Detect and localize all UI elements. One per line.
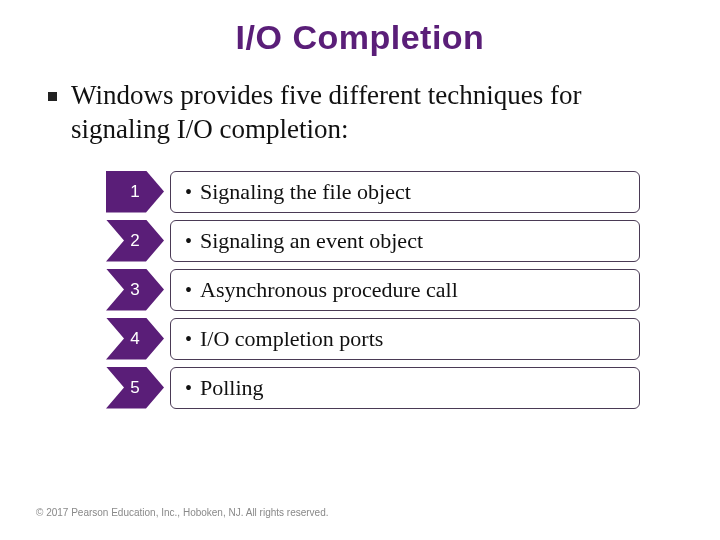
chevron-badge: 1 bbox=[106, 171, 164, 213]
list-item-pill: • Polling bbox=[170, 367, 640, 409]
list-item-text: Signaling an event object bbox=[200, 228, 423, 254]
chevron-badge: 3 bbox=[106, 269, 164, 311]
technique-list: 1 • Signaling the file object 2 • Signal… bbox=[36, 171, 684, 409]
list-item-pill: • Signaling an event object bbox=[170, 220, 640, 262]
list-item: 4 • I/O completion ports bbox=[106, 318, 640, 360]
list-item: 3 • Asynchronous procedure call bbox=[106, 269, 640, 311]
chevron-badge: 4 bbox=[106, 318, 164, 360]
list-item: 1 • Signaling the file object bbox=[106, 171, 640, 213]
list-item-text: Signaling the file object bbox=[200, 179, 411, 205]
list-item-text: Asynchronous procedure call bbox=[200, 277, 458, 303]
slide: I/O Completion Windows provides five dif… bbox=[0, 0, 720, 540]
list-item-text: Polling bbox=[200, 375, 264, 401]
list-item-pill: • Signaling the file object bbox=[170, 171, 640, 213]
list-item: 5 • Polling bbox=[106, 367, 640, 409]
chevron-badge: 5 bbox=[106, 367, 164, 409]
bullet-dot-icon: • bbox=[185, 378, 192, 398]
intro-text: Windows provides five different techniqu… bbox=[71, 79, 680, 147]
bullet-dot-icon: • bbox=[185, 329, 192, 349]
bullet-dot-icon: • bbox=[185, 231, 192, 251]
list-item-text: I/O completion ports bbox=[200, 326, 383, 352]
list-item-pill: • I/O completion ports bbox=[170, 318, 640, 360]
list-item: 2 • Signaling an event object bbox=[106, 220, 640, 262]
bullet-square-icon bbox=[48, 92, 57, 101]
copyright-footer: © 2017 Pearson Education, Inc., Hoboken,… bbox=[36, 507, 329, 518]
intro-block: Windows provides five different techniqu… bbox=[36, 79, 684, 147]
bullet-dot-icon: • bbox=[185, 182, 192, 202]
list-item-pill: • Asynchronous procedure call bbox=[170, 269, 640, 311]
page-title: I/O Completion bbox=[36, 18, 684, 57]
chevron-badge: 2 bbox=[106, 220, 164, 262]
bullet-dot-icon: • bbox=[185, 280, 192, 300]
